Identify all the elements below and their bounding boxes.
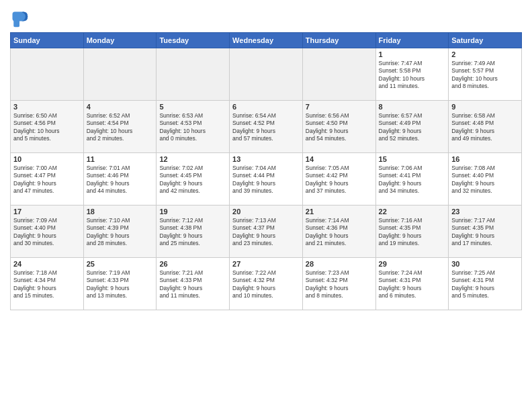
day-info: Sunrise: 7:13 AM Sunset: 4:37 PM Dayligh… (232, 217, 300, 248)
weekday-header-sunday: Sunday (11, 33, 84, 48)
day-number: 30 (451, 260, 519, 268)
day-number: 25 (87, 260, 154, 268)
day-number: 9 (451, 103, 519, 111)
calendar-cell: 24Sunrise: 7:18 AM Sunset: 4:34 PM Dayli… (11, 258, 84, 310)
day-number: 24 (13, 260, 81, 268)
calendar-cell: 26Sunrise: 7:21 AM Sunset: 4:33 PM Dayli… (157, 258, 230, 310)
day-number: 12 (159, 155, 226, 163)
day-number: 5 (159, 103, 226, 111)
day-number: 14 (306, 155, 373, 163)
calendar-cell (302, 48, 375, 101)
day-number: 11 (87, 155, 154, 163)
day-info: Sunrise: 6:50 AM Sunset: 4:56 PM Dayligh… (13, 112, 81, 143)
week-row-5: 24Sunrise: 7:18 AM Sunset: 4:34 PM Dayli… (11, 258, 522, 310)
day-number: 28 (306, 260, 373, 268)
weekday-header-wednesday: Wednesday (230, 33, 303, 48)
calendar-cell: 5Sunrise: 6:53 AM Sunset: 4:53 PM Daylig… (157, 101, 230, 153)
day-info: Sunrise: 7:10 AM Sunset: 4:39 PM Dayligh… (87, 217, 154, 248)
day-info: Sunrise: 7:16 AM Sunset: 4:35 PM Dayligh… (379, 217, 446, 248)
day-number: 4 (87, 103, 154, 111)
calendar-cell: 14Sunrise: 7:05 AM Sunset: 4:42 PM Dayli… (302, 153, 375, 205)
weekday-header-friday: Friday (375, 33, 449, 48)
calendar-cell (157, 48, 230, 101)
day-number: 23 (451, 208, 519, 216)
calendar-cell: 28Sunrise: 7:23 AM Sunset: 4:32 PM Dayli… (302, 258, 375, 310)
calendar-cell (11, 48, 84, 101)
day-number: 18 (87, 208, 154, 216)
calendar-cell: 1Sunrise: 7:47 AM Sunset: 5:58 PM Daylig… (375, 48, 449, 101)
day-number: 1 (379, 50, 446, 58)
calendar-cell: 19Sunrise: 7:12 AM Sunset: 4:38 PM Dayli… (157, 205, 230, 258)
calendar-table: SundayMondayTuesdayWednesdayThursdayFrid… (10, 32, 522, 310)
day-number: 15 (379, 155, 446, 163)
day-info: Sunrise: 7:05 AM Sunset: 4:42 PM Dayligh… (306, 165, 373, 195)
weekday-header-tuesday: Tuesday (157, 33, 230, 48)
header (10, 7, 522, 28)
calendar-cell: 21Sunrise: 7:14 AM Sunset: 4:36 PM Dayli… (302, 205, 375, 258)
week-row-1: 1Sunrise: 7:47 AM Sunset: 5:58 PM Daylig… (11, 48, 522, 101)
day-info: Sunrise: 7:09 AM Sunset: 4:40 PM Dayligh… (13, 217, 81, 248)
logo-icon (10, 9, 29, 28)
day-number: 3 (13, 103, 81, 111)
day-info: Sunrise: 7:49 AM Sunset: 5:57 PM Dayligh… (451, 60, 519, 91)
day-info: Sunrise: 7:25 AM Sunset: 4:31 PM Dayligh… (451, 269, 519, 300)
day-info: Sunrise: 6:57 AM Sunset: 4:49 PM Dayligh… (379, 112, 446, 143)
day-info: Sunrise: 7:22 AM Sunset: 4:32 PM Dayligh… (232, 269, 300, 300)
day-info: Sunrise: 6:58 AM Sunset: 4:48 PM Dayligh… (451, 112, 519, 143)
calendar-cell: 15Sunrise: 7:06 AM Sunset: 4:41 PM Dayli… (375, 153, 449, 205)
day-info: Sunrise: 7:04 AM Sunset: 4:44 PM Dayligh… (232, 165, 300, 195)
day-info: Sunrise: 7:00 AM Sunset: 4:47 PM Dayligh… (13, 165, 81, 195)
calendar-cell: 4Sunrise: 6:52 AM Sunset: 4:54 PM Daylig… (83, 101, 157, 153)
week-row-2: 3Sunrise: 6:50 AM Sunset: 4:56 PM Daylig… (11, 101, 522, 153)
weekday-header-saturday: Saturday (449, 33, 522, 48)
week-row-3: 10Sunrise: 7:00 AM Sunset: 4:47 PM Dayli… (11, 153, 522, 205)
calendar-cell: 16Sunrise: 7:08 AM Sunset: 4:40 PM Dayli… (449, 153, 522, 205)
day-info: Sunrise: 7:01 AM Sunset: 4:46 PM Dayligh… (87, 165, 154, 195)
calendar-cell: 10Sunrise: 7:00 AM Sunset: 4:47 PM Dayli… (11, 153, 84, 205)
day-number: 10 (13, 155, 81, 163)
day-number: 2 (451, 50, 519, 58)
calendar-cell: 3Sunrise: 6:50 AM Sunset: 4:56 PM Daylig… (11, 101, 84, 153)
day-info: Sunrise: 6:56 AM Sunset: 4:50 PM Dayligh… (306, 112, 373, 143)
calendar-cell: 6Sunrise: 6:54 AM Sunset: 4:52 PM Daylig… (230, 101, 303, 153)
calendar-cell (83, 48, 157, 101)
day-number: 6 (232, 103, 300, 111)
calendar-cell: 20Sunrise: 7:13 AM Sunset: 4:37 PM Dayli… (230, 205, 303, 258)
calendar-cell (230, 48, 303, 101)
logo (10, 9, 30, 28)
day-number: 22 (379, 208, 446, 216)
day-info: Sunrise: 7:14 AM Sunset: 4:36 PM Dayligh… (306, 217, 373, 248)
calendar-cell: 30Sunrise: 7:25 AM Sunset: 4:31 PM Dayli… (449, 258, 522, 310)
calendar-cell: 9Sunrise: 6:58 AM Sunset: 4:48 PM Daylig… (449, 101, 522, 153)
calendar-cell: 11Sunrise: 7:01 AM Sunset: 4:46 PM Dayli… (83, 153, 157, 205)
day-info: Sunrise: 6:53 AM Sunset: 4:53 PM Dayligh… (159, 112, 226, 143)
day-info: Sunrise: 7:06 AM Sunset: 4:41 PM Dayligh… (379, 165, 446, 195)
calendar-cell: 29Sunrise: 7:24 AM Sunset: 4:31 PM Dayli… (375, 258, 449, 310)
calendar-cell: 2Sunrise: 7:49 AM Sunset: 5:57 PM Daylig… (449, 48, 522, 101)
week-row-4: 17Sunrise: 7:09 AM Sunset: 4:40 PM Dayli… (11, 205, 522, 258)
calendar-cell: 23Sunrise: 7:17 AM Sunset: 4:35 PM Dayli… (449, 205, 522, 258)
day-number: 13 (232, 155, 300, 163)
day-number: 8 (379, 103, 446, 111)
day-number: 21 (306, 208, 373, 216)
day-info: Sunrise: 7:12 AM Sunset: 4:38 PM Dayligh… (159, 217, 226, 248)
day-number: 20 (232, 208, 300, 216)
day-info: Sunrise: 7:18 AM Sunset: 4:34 PM Dayligh… (13, 269, 81, 300)
calendar-cell: 13Sunrise: 7:04 AM Sunset: 4:44 PM Dayli… (230, 153, 303, 205)
day-info: Sunrise: 7:17 AM Sunset: 4:35 PM Dayligh… (451, 217, 519, 248)
day-number: 27 (232, 260, 300, 268)
main-container: SundayMondayTuesdayWednesdayThursdayFrid… (0, 0, 532, 316)
calendar-cell: 12Sunrise: 7:02 AM Sunset: 4:45 PM Dayli… (157, 153, 230, 205)
weekday-header-row: SundayMondayTuesdayWednesdayThursdayFrid… (11, 33, 522, 48)
calendar-cell: 18Sunrise: 7:10 AM Sunset: 4:39 PM Dayli… (83, 205, 157, 258)
calendar-cell: 22Sunrise: 7:16 AM Sunset: 4:35 PM Dayli… (375, 205, 449, 258)
day-info: Sunrise: 7:24 AM Sunset: 4:31 PM Dayligh… (379, 269, 446, 300)
day-info: Sunrise: 7:08 AM Sunset: 4:40 PM Dayligh… (451, 165, 519, 195)
day-number: 7 (306, 103, 373, 111)
day-number: 26 (159, 260, 226, 268)
day-info: Sunrise: 6:52 AM Sunset: 4:54 PM Dayligh… (87, 112, 154, 143)
weekday-header-thursday: Thursday (302, 33, 375, 48)
weekday-header-monday: Monday (83, 33, 157, 48)
day-info: Sunrise: 6:54 AM Sunset: 4:52 PM Dayligh… (232, 112, 300, 143)
day-number: 29 (379, 260, 446, 268)
